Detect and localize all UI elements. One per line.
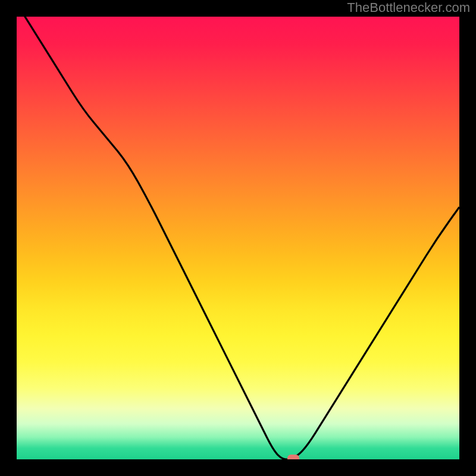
bottleneck-curve: [17, 17, 459, 459]
curve-svg: [17, 17, 459, 459]
attribution-label: TheBottlenecker.com: [347, 0, 470, 15]
minimum-marker: [287, 455, 299, 459]
chart-container: TheBottlenecker.com: [0, 0, 476, 476]
plot-area: [17, 17, 459, 459]
